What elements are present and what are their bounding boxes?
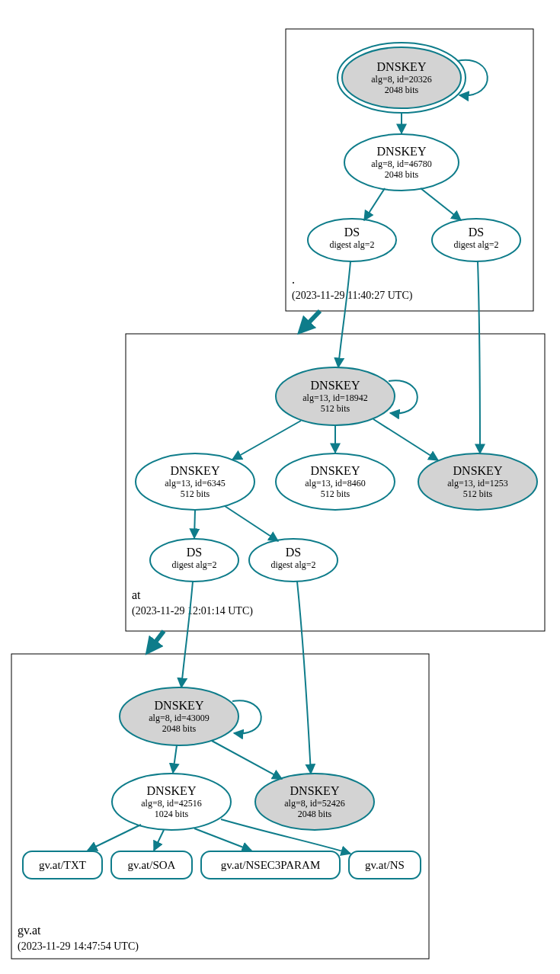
at-dnskey-middle: DNSKEY alg=13, id=8460 512 bits xyxy=(276,453,395,510)
svg-text:digest alg=2: digest alg=2 xyxy=(171,559,216,570)
at-dnskey-top: DNSKEY alg=13, id=18942 512 bits xyxy=(276,367,395,425)
root-ds-left: DS digest alg=2 xyxy=(308,219,396,261)
leaf-nsec3param: gv.at/NSEC3PARAM xyxy=(201,851,340,879)
svg-text:DS: DS xyxy=(187,546,202,559)
cluster-gvat: gv.at (2023-11-29 14:47:54 UTC) DNSKEY a… xyxy=(11,582,429,959)
svg-text:2048 bits: 2048 bits xyxy=(162,723,197,734)
edge-gv-top-r xyxy=(212,741,282,779)
edge-at-ds2-gv-keyr xyxy=(297,582,311,774)
svg-text:DS: DS xyxy=(469,226,484,239)
svg-text:digest alg=2: digest alg=2 xyxy=(329,239,374,250)
svg-text:alg=8, id=43009: alg=8, id=43009 xyxy=(149,713,210,723)
edge-at-to-gvat-bold xyxy=(149,631,164,651)
cluster-at-title: at xyxy=(132,588,141,601)
edge-at-l-ds1 xyxy=(194,510,195,538)
edge-root-ds1-at-top xyxy=(338,261,350,367)
svg-text:2048 bits: 2048 bits xyxy=(298,809,332,819)
root-dnskey-ksk: DNSKEY alg=8, id=20326 2048 bits xyxy=(338,43,466,113)
svg-text:2048 bits: 2048 bits xyxy=(385,85,419,95)
leaf-ns: gv.at/NS xyxy=(349,851,421,879)
edge-at-top-l xyxy=(232,421,301,460)
svg-text:2048 bits: 2048 bits xyxy=(385,169,419,180)
svg-text:alg=8, id=52426: alg=8, id=52426 xyxy=(284,798,345,809)
edge-gv-l-nsec3 xyxy=(194,828,251,851)
leaf-soa: gv.at/SOA xyxy=(111,851,192,879)
cluster-root-subtitle: (2023-11-29 11:40:27 UTC) xyxy=(292,290,413,302)
edge-root-zsk-ds2 xyxy=(421,188,461,220)
edge-root-to-at-bold xyxy=(301,311,320,331)
svg-text:512 bits: 512 bits xyxy=(321,403,350,414)
svg-text:DNSKEY: DNSKEY xyxy=(311,379,360,392)
gvat-dnskey-left: DNSKEY alg=8, id=42516 1024 bits xyxy=(112,774,231,830)
svg-text:alg=13, id=18942: alg=13, id=18942 xyxy=(302,392,368,403)
svg-text:512 bits: 512 bits xyxy=(321,489,350,499)
svg-text:alg=8, id=46780: alg=8, id=46780 xyxy=(371,159,432,169)
dnssec-graph: . (2023-11-29 11:40:27 UTC) DNSKEY alg=8… xyxy=(0,0,560,974)
edge-gv-top-l xyxy=(173,745,177,773)
svg-text:512 bits: 512 bits xyxy=(463,489,493,499)
svg-text:alg=13, id=8460: alg=13, id=8460 xyxy=(305,478,366,489)
edge-at-ds1-gv-top xyxy=(181,582,193,687)
cluster-at: at (2023-11-29 12:01:14 UTC) DNSKEY alg=… xyxy=(126,261,545,631)
svg-text:DNSKEY: DNSKEY xyxy=(377,145,427,158)
svg-text:DNSKEY: DNSKEY xyxy=(155,699,204,712)
svg-text:512 bits: 512 bits xyxy=(181,489,210,499)
svg-text:digest alg=2: digest alg=2 xyxy=(453,239,498,250)
at-ds-right: DS digest alg=2 xyxy=(249,539,338,582)
svg-text:gv.at/TXT: gv.at/TXT xyxy=(39,859,86,871)
svg-text:DNSKEY: DNSKEY xyxy=(453,464,503,477)
cluster-gvat-subtitle: (2023-11-29 14:47:54 UTC) xyxy=(18,940,139,953)
svg-text:gv.at/SOA: gv.at/SOA xyxy=(128,859,176,871)
edge-at-top-r xyxy=(373,419,438,460)
svg-text:alg=13, id=1253: alg=13, id=1253 xyxy=(447,478,508,489)
svg-text:DS: DS xyxy=(286,546,301,559)
svg-text:DNSKEY: DNSKEY xyxy=(311,464,360,477)
root-ds-right: DS digest alg=2 xyxy=(432,219,520,261)
svg-text:gv.at/NSEC3PARAM: gv.at/NSEC3PARAM xyxy=(221,859,321,871)
edge-at-l-ds2 xyxy=(225,506,278,541)
svg-text:DS: DS xyxy=(344,226,360,239)
gvat-dnskey-top: DNSKEY alg=8, id=43009 2048 bits xyxy=(120,687,238,745)
at-dnskey-left: DNSKEY alg=13, id=6345 512 bits xyxy=(136,453,254,510)
gvat-dnskey-right: DNSKEY alg=8, id=52426 2048 bits xyxy=(255,774,374,830)
svg-text:1024 bits: 1024 bits xyxy=(155,809,189,819)
at-dnskey-right: DNSKEY alg=13, id=1253 512 bits xyxy=(418,453,537,510)
svg-text:DNSKEY: DNSKEY xyxy=(290,784,340,797)
svg-text:alg=13, id=6345: alg=13, id=6345 xyxy=(165,478,226,489)
edge-root-zsk-ds1 xyxy=(364,188,385,220)
svg-text:DNSKEY: DNSKEY xyxy=(147,784,197,797)
cluster-root: . (2023-11-29 11:40:27 UTC) DNSKEY alg=8… xyxy=(286,29,533,311)
svg-text:gv.at/NS: gv.at/NS xyxy=(365,859,405,871)
svg-text:DNSKEY: DNSKEY xyxy=(171,464,220,477)
cluster-at-subtitle: (2023-11-29 12:01:14 UTC) xyxy=(132,605,253,617)
edge-gv-l-txt xyxy=(88,825,141,851)
cluster-root-title: . xyxy=(292,273,295,286)
svg-text:DNSKEY: DNSKEY xyxy=(377,60,427,73)
edge-root-ds2-at-keyr xyxy=(478,261,480,453)
at-ds-left: DS digest alg=2 xyxy=(150,539,238,582)
root-dnskey-zsk: DNSKEY alg=8, id=46780 2048 bits xyxy=(344,134,459,191)
svg-text:digest alg=2: digest alg=2 xyxy=(270,559,315,570)
cluster-gvat-title: gv.at xyxy=(18,924,41,937)
svg-text:alg=8, id=20326: alg=8, id=20326 xyxy=(371,74,432,85)
edge-gv-l-soa xyxy=(154,830,164,851)
svg-text:alg=8, id=42516: alg=8, id=42516 xyxy=(141,798,202,809)
leaf-txt: gv.at/TXT xyxy=(23,851,102,879)
